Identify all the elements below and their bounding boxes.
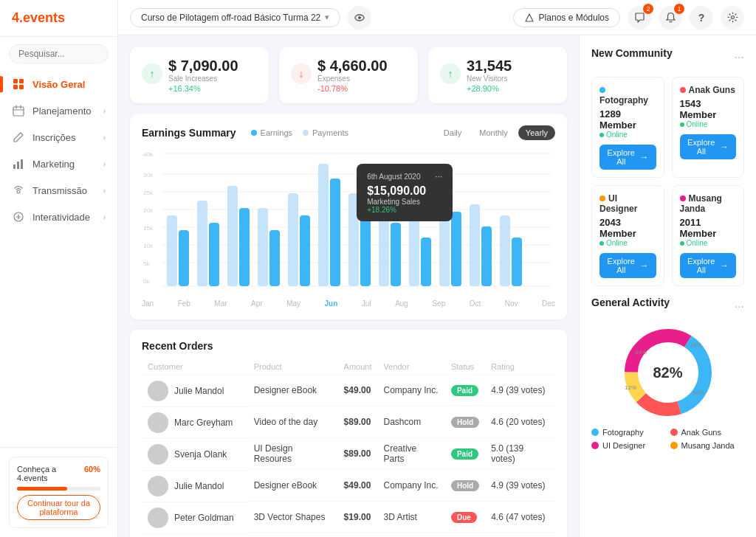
plans-button[interactable]: Planos e Módulos (513, 8, 620, 27)
event-selector[interactable]: Curso de Pilotagem off-road Básico Turma… (130, 8, 340, 27)
svg-text:12%: 12% (625, 384, 636, 391)
stat-label: Sale Increases (168, 75, 238, 83)
svg-text:5k: 5k (143, 260, 150, 267)
legend-circle (591, 442, 599, 449)
community-color-dot (599, 87, 605, 93)
community-name: Fotography (599, 85, 656, 105)
online-dot (599, 241, 604, 246)
svg-rect-3 (19, 85, 24, 89)
svg-rect-7 (21, 159, 23, 169)
customer-cell: Julie Mandol (142, 470, 248, 502)
help-button[interactable]: ? (690, 6, 713, 30)
tooltip-amount: $15,090.00 (367, 184, 442, 198)
event-name: Curso de Pilotagem off-road Básico Turma… (141, 13, 320, 23)
community-card: Fotography 1289 Member Online Explore Al… (591, 77, 664, 178)
community-online-status: Online (599, 239, 656, 247)
vendor-cell: 3D Artist (378, 502, 445, 533)
stat-label: New Visitors (467, 75, 512, 83)
chart-icon (12, 157, 25, 170)
svg-rect-39 (318, 164, 329, 286)
community-color-dot (680, 195, 686, 201)
amount-cell: $89.00 (338, 406, 378, 438)
svg-rect-49 (470, 204, 480, 286)
logo: 4.events (0, 0, 117, 37)
activity-section: General Activity ··· (591, 297, 744, 450)
legend-circle (670, 442, 678, 449)
product-cell: Designer eBook (248, 533, 338, 538)
community-members: 2011 Member (680, 217, 737, 239)
settings-button[interactable] (721, 6, 744, 30)
community-title: New Community (591, 47, 673, 59)
svg-rect-37 (288, 193, 298, 286)
tooltip-change: +18.26% (367, 206, 442, 214)
sidebar-item-planejamento[interactable]: Planejamento › (0, 97, 117, 124)
svg-rect-30 (179, 230, 189, 286)
community-name: Anak Guns (680, 85, 737, 95)
sidebar-item-transmissao[interactable]: Transmissão › (0, 177, 117, 204)
legend-label: Fotography (602, 428, 644, 437)
explore-button[interactable]: Explore All → (680, 134, 737, 159)
tooltip-label: Marketing Sales (367, 198, 442, 206)
topbar: Curso de Pilotagem off-road Básico Turma… (118, 0, 756, 35)
avatar (148, 381, 168, 401)
stat-cards: ↑ $ 7,090.00 Sale Increases +16.34% ↓ (130, 47, 567, 103)
interact-icon (12, 210, 25, 224)
donut-chart: 34% 18% 12% 36% 82% (591, 325, 744, 420)
table-row: Julie Mandol Designer eBook $49.00 Compa… (142, 470, 555, 502)
activity-more-button[interactable]: ··· (735, 300, 744, 313)
chevron-right-icon: › (103, 213, 106, 221)
tab-monthly[interactable]: Monthly (472, 125, 515, 140)
chart-tabs: Daily Monthly Yearly (436, 125, 555, 140)
svg-rect-52 (512, 238, 522, 286)
arrow-icon: → (640, 152, 649, 162)
stat-card-expenses: ↓ $ 4,660.00 Expenses -10.78% (279, 47, 418, 103)
vendor-cell: Company Inc. (378, 470, 445, 502)
rating-cell: 4.9 (39 votes) (485, 470, 555, 502)
status-cell: Due (445, 502, 485, 533)
customer-cell: Payton Mannings (142, 533, 248, 538)
broadcast-icon (12, 184, 25, 197)
rating-cell: 4.6 (47 votes) (485, 502, 555, 533)
tooltip-more-icon: ··· (435, 171, 442, 181)
legend-item: Fotography (591, 428, 666, 437)
svg-text:18%: 18% (690, 342, 701, 348)
customer-cell: Julie Mandol (142, 375, 248, 406)
col-rating: Rating (485, 359, 555, 375)
community-more-button[interactable]: ··· (735, 51, 744, 64)
sidebar-item-label: Visão Geral (32, 79, 85, 90)
sidebar-item-marketing[interactable]: Marketing › (0, 150, 117, 177)
rating-cell: 4.6 (20 votes) (485, 406, 555, 438)
tour-continue-button[interactable]: Continuar tour da plataforma (17, 495, 100, 520)
sidebar-item-label: Interatividade (32, 212, 90, 223)
tab-daily[interactable]: Daily (436, 125, 469, 140)
sidebar-item-visao-geral[interactable]: Visão Geral (0, 71, 117, 97)
sidebar-item-inscricoes[interactable]: Inscrições › (0, 124, 117, 150)
community-name: UI Designer (599, 193, 656, 214)
tooltip-date: 6th August 2020 (367, 173, 420, 181)
svg-rect-34 (239, 208, 250, 286)
legend-payments: Payments (303, 128, 348, 137)
notification-button[interactable]: 1 (659, 6, 682, 30)
chevron-right-icon: › (103, 187, 106, 195)
svg-text:10k: 10k (143, 243, 154, 249)
community-card: Anak Guns 1543 Member Online Explore All… (672, 77, 745, 178)
community-section: New Community ··· Fotography 1289 Member… (591, 47, 744, 286)
tour-label: Conheça a 4.events 60% (17, 465, 100, 482)
explore-button[interactable]: Explore All → (599, 145, 656, 170)
explore-button[interactable]: Explore All → (599, 253, 656, 278)
tab-yearly[interactable]: Yearly (518, 125, 555, 140)
table-row: Peter Goldman 3D Vector Shapes $19.00 3D… (142, 502, 555, 533)
sidebar-item-interatividade[interactable]: Interatividade › (0, 204, 117, 230)
legend-label: Musang Janda (681, 441, 735, 450)
search-input[interactable] (9, 44, 109, 63)
community-online-status: Online (680, 239, 737, 247)
status-badge: Paid (451, 385, 478, 396)
status-cell: Hold (445, 406, 485, 438)
arrow-down-icon: ↓ (291, 63, 312, 84)
orders-table: Customer Product Amount Vendor Status Ra… (142, 359, 555, 537)
explore-button[interactable]: Explore All → (680, 253, 737, 278)
arrow-icon: → (720, 142, 729, 152)
legend-item: Anak Guns (670, 428, 745, 437)
chat-button[interactable]: 2 (628, 6, 651, 30)
eye-button[interactable] (348, 6, 371, 30)
